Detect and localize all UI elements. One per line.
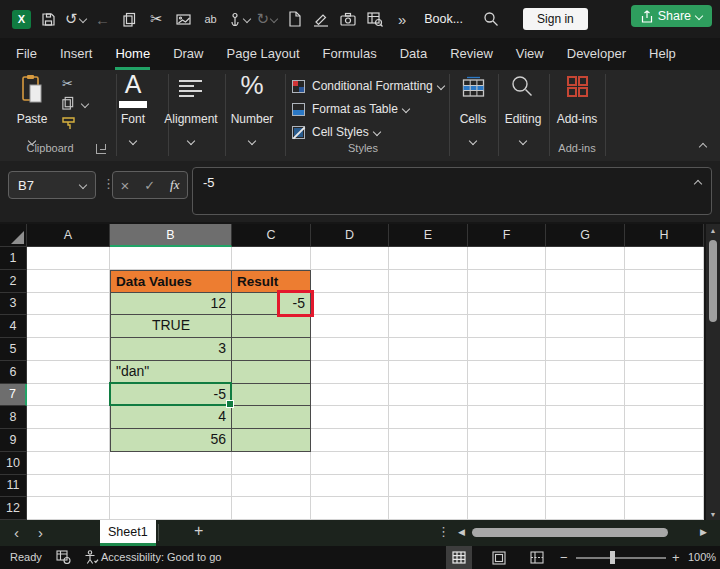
paste-label[interactable]: Paste [8, 112, 56, 126]
cell-D10[interactable] [311, 452, 389, 475]
camera-icon[interactable] [338, 7, 358, 31]
insert-function-icon[interactable]: fx [170, 177, 179, 193]
copy-icon[interactable] [120, 7, 140, 31]
pen-strike-icon[interactable] [311, 7, 331, 31]
macro-record-icon[interactable] [56, 550, 71, 564]
collapse-ribbon-icon[interactable] [699, 143, 707, 151]
page-break-view-button[interactable] [524, 546, 550, 569]
tab-view[interactable]: View [516, 38, 544, 70]
share-button[interactable]: Share [631, 5, 712, 27]
cancel-icon[interactable]: × [120, 177, 129, 194]
cell-F3[interactable] [468, 293, 546, 316]
number-button[interactable]: Number [227, 112, 277, 126]
cell-E11[interactable] [389, 475, 468, 498]
sheet-tab-sheet1[interactable]: Sheet1 [100, 520, 156, 546]
cell-G6[interactable] [546, 361, 625, 384]
cell-C9[interactable] [232, 429, 311, 452]
font-icon[interactable]: A [113, 70, 153, 99]
cell-B11[interactable] [110, 475, 232, 498]
accessibility-status[interactable]: Accessibility: Good to go [101, 551, 221, 563]
select-all-button[interactable] [0, 224, 27, 247]
cell-A1[interactable] [27, 247, 110, 270]
cell-B8[interactable]: 4 [110, 406, 232, 429]
tab-file[interactable]: File [16, 38, 37, 70]
editing-icon[interactable] [510, 74, 534, 98]
alignment-chevron-icon[interactable] [188, 130, 194, 148]
paste-button[interactable] [20, 74, 44, 104]
sheet-options-icon[interactable]: ⋮ [437, 524, 450, 539]
cell-E10[interactable] [389, 452, 468, 475]
column-header-G[interactable]: G [546, 224, 625, 247]
row-header-2[interactable]: 2 [0, 270, 27, 293]
cell-D4[interactable] [311, 315, 389, 338]
new-file-icon[interactable] [284, 7, 304, 31]
cell-C6[interactable] [232, 361, 311, 384]
cell-G8[interactable] [546, 406, 625, 429]
cell-D3[interactable] [311, 293, 389, 316]
cell-B2[interactable]: Data Values [110, 270, 232, 293]
cell-G11[interactable] [546, 475, 625, 498]
scroll-up-icon[interactable]: ▲ [706, 224, 720, 236]
cell-B1[interactable] [110, 247, 232, 270]
row-header-6[interactable]: 6 [0, 361, 27, 384]
cell-G2[interactable] [546, 270, 625, 293]
tab-insert[interactable]: Insert [60, 38, 93, 70]
cell-E8[interactable] [389, 406, 468, 429]
translate-icon[interactable]: ab [201, 7, 221, 31]
row-header-3[interactable]: 3 [0, 293, 27, 316]
copy-small-icon[interactable] [61, 96, 75, 110]
cells-chevron-icon[interactable] [470, 130, 476, 148]
scroll-down-icon[interactable]: ▼ [706, 508, 720, 520]
cell-C7[interactable] [232, 384, 311, 407]
cell-G5[interactable] [546, 338, 625, 361]
cell-F1[interactable] [468, 247, 546, 270]
column-header-B[interactable]: B [110, 224, 232, 247]
sheet-nav-left-icon[interactable]: ‹ [14, 524, 19, 541]
vertical-scrollbar-thumb[interactable] [709, 240, 717, 322]
cut-small-icon[interactable]: ✂ [62, 76, 73, 91]
cell-B9[interactable]: 56 [110, 429, 232, 452]
cell-H4[interactable] [625, 315, 704, 338]
cell-A8[interactable] [27, 406, 110, 429]
cell-B12[interactable] [110, 497, 232, 520]
cell-D5[interactable] [311, 338, 389, 361]
hscroll-left-icon[interactable]: ◀ [458, 527, 465, 537]
cell-H3[interactable] [625, 293, 704, 316]
cell-H5[interactable] [625, 338, 704, 361]
fill-handle[interactable] [226, 400, 234, 408]
horizontal-scrollbar-thumb[interactable] [472, 528, 668, 537]
cell-B6[interactable]: "dan" [110, 361, 232, 384]
cell-E4[interactable] [389, 315, 468, 338]
column-header-F[interactable]: F [468, 224, 546, 247]
cell-D12[interactable] [311, 497, 389, 520]
column-header-E[interactable]: E [389, 224, 468, 247]
qat-overflow-button[interactable]: » [392, 7, 412, 31]
cell-B4[interactable]: TRUE [110, 315, 232, 338]
cell-D8[interactable] [311, 406, 389, 429]
cell-H2[interactable] [625, 270, 704, 293]
touch-mode-button[interactable] [228, 7, 250, 31]
tab-draw[interactable]: Draw [173, 38, 203, 70]
cell-D11[interactable] [311, 475, 389, 498]
cell-F11[interactable] [468, 475, 546, 498]
cell-A6[interactable] [27, 361, 110, 384]
cell-G1[interactable] [546, 247, 625, 270]
cell-F9[interactable] [468, 429, 546, 452]
cells-icon[interactable] [462, 76, 485, 98]
cell-A12[interactable] [27, 497, 110, 520]
cell-A3[interactable] [27, 293, 110, 316]
cell-F7[interactable] [468, 384, 546, 407]
undo-button[interactable]: ↺ [65, 7, 86, 31]
cell-D6[interactable] [311, 361, 389, 384]
add-sheet-button[interactable]: + [194, 522, 203, 540]
cell-B3[interactable]: 12 [110, 293, 232, 316]
tab-page-layout[interactable]: Page Layout [227, 38, 300, 70]
cut-icon[interactable]: ✂ [147, 7, 167, 31]
cell-E9[interactable] [389, 429, 468, 452]
cell-D9[interactable] [311, 429, 389, 452]
search-icon[interactable] [481, 7, 501, 31]
cell-C5[interactable] [232, 338, 311, 361]
cell-E1[interactable] [389, 247, 468, 270]
cell-C8[interactable] [232, 406, 311, 429]
picture-icon[interactable] [174, 7, 194, 31]
